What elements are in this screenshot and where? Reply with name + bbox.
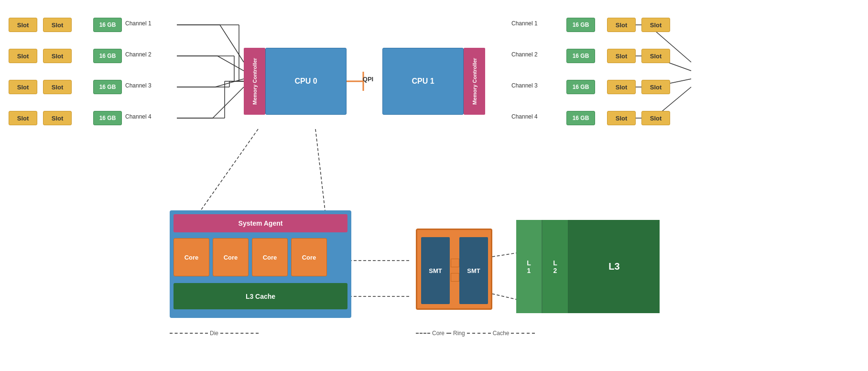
right-slot-4a: Slot [607, 111, 636, 125]
core-box-4: Core [291, 238, 327, 276]
right-slot-1a: Slot [607, 18, 636, 32]
cache-legend-line-right [511, 333, 535, 334]
left-gb-2: 16 GB [93, 49, 122, 63]
l3-cache-box: L3 Cache [174, 283, 347, 309]
right-channel-1: Channel 1 [511, 20, 538, 27]
left-slot-2b: Slot [43, 49, 72, 63]
right-slot-1b: Slot [641, 18, 670, 32]
core-box-1: Core [174, 238, 209, 276]
svg-line-16 [315, 129, 325, 210]
right-slot-2a: Slot [607, 49, 636, 63]
left-slot-1b: Slot [43, 18, 72, 32]
memory-controller-right: Memory Controller [464, 48, 485, 115]
left-gb-3: 16 GB [93, 80, 122, 94]
left-channel-4: Channel 4 [125, 113, 152, 120]
right-gb-3: 16 GB [566, 80, 595, 94]
left-slot-1a: Slot [9, 18, 37, 32]
die-legend-line-right [220, 333, 259, 334]
left-gb-1: 16 GB [93, 18, 122, 32]
left-slot-2a: Slot [9, 49, 37, 63]
core-legend-line-right [446, 333, 451, 334]
l2-cache-box: L 2 [542, 220, 569, 313]
right-slot-3b: Slot [641, 80, 670, 94]
right-slot-3a: Slot [607, 80, 636, 94]
core-detail-box: SMT SMT [416, 229, 492, 310]
right-slot-4b: Slot [641, 111, 670, 125]
right-gb-1: 16 GB [566, 18, 595, 32]
core-box-3: Core [252, 238, 288, 276]
qpi-label: QPI [354, 76, 382, 83]
right-channel-2: Channel 2 [511, 51, 538, 58]
diagram-container: Slot Slot Slot Slot Slot Slot Slot Slot … [0, 0, 868, 371]
cpu1-box: CPU 1 [382, 48, 464, 115]
right-gb-4: 16 GB [566, 111, 595, 125]
right-slot-2b: Slot [641, 49, 670, 63]
right-channel-4: Channel 4 [511, 113, 538, 120]
l1-cache-box: L 1 [516, 220, 542, 313]
ring-connector-bottom [451, 273, 459, 282]
left-slot-3b: Slot [43, 80, 72, 94]
cache-legend-line [467, 333, 491, 334]
left-slot-4b: Slot [43, 111, 72, 125]
system-agent: System Agent [174, 214, 347, 232]
smt-box-2: SMT [459, 237, 488, 304]
left-slot-3a: Slot [9, 80, 37, 94]
die-box: System Agent Core Core Core Core L3 Cach… [170, 210, 351, 318]
right-channel-3: Channel 3 [511, 82, 538, 89]
core-box-2: Core [213, 238, 249, 276]
die-legend-line-left [170, 333, 208, 334]
cache-detail-area: L 1 L 2 L3 [516, 220, 660, 313]
smt-box-1: SMT [421, 237, 450, 304]
left-channel-2: Channel 2 [125, 51, 152, 58]
cpu0-box: CPU 0 [265, 48, 347, 115]
left-channel-3: Channel 3 [125, 82, 152, 89]
core-legend-line-left [416, 333, 430, 334]
right-gb-2: 16 GB [566, 49, 595, 63]
core-legend: Core Ring Cache [416, 330, 535, 337]
l3-cache-detail-box: L3 [569, 220, 660, 313]
ring-connector-top [451, 259, 459, 267]
die-legend: Die [170, 330, 259, 337]
left-gb-4: 16 GB [93, 111, 122, 125]
left-channel-1: Channel 1 [125, 20, 152, 27]
memory-controller-left: Memory Controller [244, 48, 265, 115]
svg-line-15 [201, 129, 258, 210]
left-slot-4a: Slot [9, 111, 37, 125]
